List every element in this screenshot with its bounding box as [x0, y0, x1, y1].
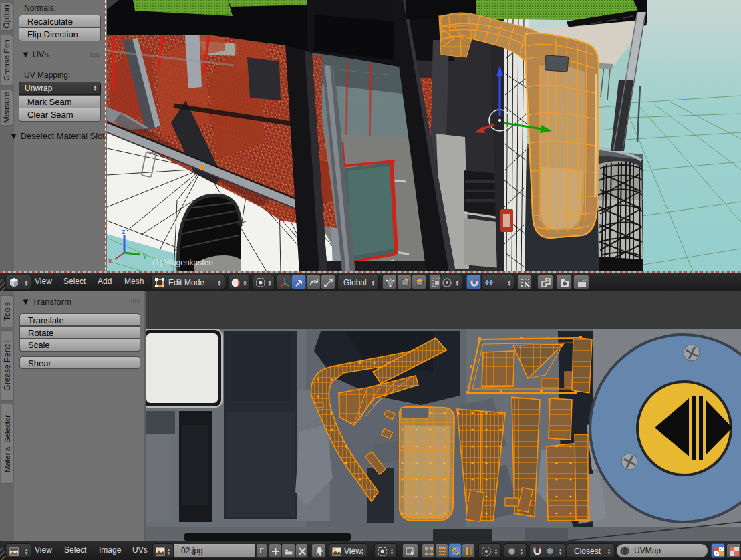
svg-text:x: x: [108, 257, 112, 265]
svg-text:(1) Wagenkasten: (1) Wagenkasten: [152, 258, 213, 267]
svg-text:z: z: [122, 227, 126, 235]
svg-text:y: y: [143, 251, 147, 259]
